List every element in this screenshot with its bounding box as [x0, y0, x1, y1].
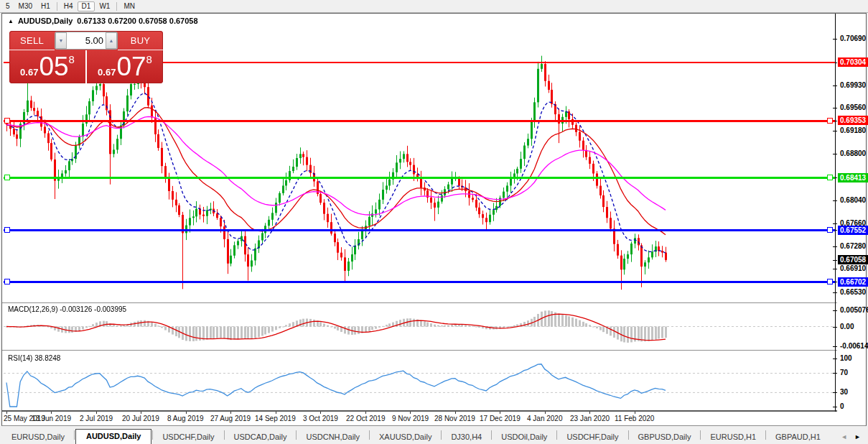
date-axis-tick — [545, 412, 546, 414]
tab-usdchf-daily[interactable]: USDCHF,Daily — [558, 430, 627, 444]
price-axis-tick: 0.68040 — [840, 196, 866, 205]
timeframe-button-5[interactable]: 5 — [1, 1, 14, 11]
date-axis-tick — [320, 412, 321, 414]
date-axis-label: 4 Jan 2020 — [527, 415, 563, 422]
price-axis[interactable]: 0.706900.699300.695600.691800.688000.680… — [837, 14, 866, 412]
date-axis-label: 17 Dec 2019 — [480, 415, 521, 422]
one-click-trading-panel: SELL ▼ 5.00 ▲ BUY 0.67 05 8 0.67 07 8 — [9, 31, 163, 83]
sell-price-big: 05 — [39, 52, 68, 81]
tab-separator — [765, 430, 766, 440]
tab-separator — [700, 430, 701, 440]
tab-separator — [369, 430, 370, 440]
tab-separator — [556, 430, 557, 440]
chart-symbol-label: AUDUSD,Daily — [18, 17, 73, 25]
date-axis-tick — [589, 412, 590, 414]
date-axis-label: 2 Jul 2019 — [80, 415, 113, 422]
price-axis-tick: 0.69930 — [840, 81, 866, 90]
tab-separator — [224, 430, 225, 440]
date-axis-tick — [500, 412, 500, 414]
toolbar-separator — [57, 2, 57, 11]
chart-title: ▲ AUDUSD,Daily 0.67133 0.67200 0.67058 0… — [8, 17, 198, 25]
tab-gbpaud-h1[interactable]: GBPAUD,H1 — [767, 430, 829, 444]
date-axis-tick — [141, 412, 141, 414]
date-axis-label: 20 Jul 2019 — [122, 415, 159, 422]
buy-price-display[interactable]: 0.67 07 8 — [87, 50, 163, 83]
macd-axis-tick: 0.005076 — [840, 306, 868, 315]
rsi-label: RSI(14) 38.8248 — [8, 354, 60, 362]
timeframe-button-m30[interactable]: M30 — [14, 1, 37, 11]
buy-price-big: 07 — [116, 52, 146, 81]
rsi-axis-tick: 100 — [840, 354, 852, 363]
date-axis-label: 22 Oct 2019 — [346, 415, 385, 422]
tab-audusd-daily[interactable]: AUDUSD,Daily — [75, 429, 151, 444]
date-axis-tick — [410, 412, 411, 414]
volume-decrease-button[interactable]: ▼ — [55, 32, 67, 49]
tab-eurusd-h1[interactable]: EURUSD,H1 — [701, 430, 765, 444]
macd-axis-tick: -0.006148 — [840, 342, 868, 351]
date-axis-tick — [51, 412, 52, 414]
macd-label: MACD(12,26,9) -0.003126 -0.003995 — [8, 305, 126, 313]
sell-button[interactable]: SELL — [9, 31, 55, 50]
sell-price-display[interactable]: 0.67 05 8 — [9, 50, 87, 83]
date-axis-label: 14 Sep 2019 — [255, 415, 296, 422]
date-axis-label: 9 Nov 2019 — [392, 415, 429, 422]
sell-price-prefix: 0.67 — [20, 67, 38, 78]
volume-input[interactable]: 5.00 — [67, 32, 106, 49]
price-axis-tick: 0.66910 — [840, 264, 866, 273]
rsi-axis-tick: 0 — [840, 402, 844, 411]
tab-usdchf-daily[interactable]: USDCHF,Daily — [154, 430, 223, 444]
volume-spinner: ▼ 5.00 ▲ — [55, 32, 118, 50]
price-axis-tick: 0.69560 — [840, 103, 866, 112]
price-axis-tick: 0.68800 — [840, 149, 866, 158]
tab-eurusd-daily[interactable]: EURUSD,Daily — [3, 430, 73, 444]
date-axis-label: 13 Jun 2019 — [32, 415, 71, 422]
tab-usdcad-daily[interactable]: USDCAD,Daily — [225, 430, 296, 444]
tab-scroll-right-icon[interactable]: ► — [854, 433, 861, 440]
date-axis-tick — [230, 412, 231, 414]
price-level-badge: 0.69353 — [838, 116, 868, 125]
date-axis-tick — [455, 412, 456, 414]
buy-price-sup: 8 — [146, 53, 152, 65]
volume-increase-button[interactable]: ▲ — [106, 32, 117, 49]
buy-price-prefix: 0.67 — [98, 67, 116, 78]
date-axis-label: 11 Feb 2020 — [615, 415, 654, 422]
price-axis-tick: 0.66530 — [840, 288, 866, 297]
tab-usdoil-daily[interactable]: USDOil,Daily — [493, 430, 556, 444]
tab-scroll-left-icon[interactable]: ◄ — [841, 433, 847, 440]
price-level-badge: 0.67552 — [838, 226, 868, 235]
tab-usdcnh-daily[interactable]: USDCNH,Daily — [297, 430, 368, 444]
tab-separator — [74, 430, 75, 440]
timeframe-button-d1[interactable]: D1 — [78, 1, 95, 11]
date-axis-label: 8 Aug 2019 — [167, 415, 204, 422]
tab-gbpusd-daily[interactable]: GBPUSD,Daily — [630, 430, 700, 444]
price-level-badge: 0.66702 — [838, 277, 868, 287]
chart-ohlc-values: 0.67133 0.67200 0.67058 0.67058 — [77, 17, 197, 25]
date-axis-label: 27 Aug 2019 — [210, 415, 251, 422]
timeframe-button-w1[interactable]: W1 — [95, 1, 114, 11]
sell-price-sup: 8 — [69, 53, 75, 65]
chart-window: ▲ AUDUSD,Daily 0.67133 0.67200 0.67058 0… — [1, 13, 867, 426]
timeframe-button-h4[interactable]: H4 — [60, 1, 78, 11]
collapse-triangle-icon[interactable]: ▲ — [8, 18, 14, 24]
timeframe-button-h1[interactable]: H1 — [37, 1, 55, 11]
tab-separator — [152, 430, 153, 440]
date-axis-tick — [186, 412, 187, 414]
tab-separator — [296, 430, 297, 440]
date-axis-tick — [6, 412, 7, 414]
date-axis-tick — [276, 412, 276, 414]
tab-xauusd-daily[interactable]: XAUUSD,Daily — [370, 430, 440, 444]
price-level-badge: 0.67058 — [838, 255, 868, 264]
price-level-badge: 0.70304 — [838, 57, 868, 67]
toolbar-separator — [116, 2, 117, 11]
tab-dj30-h4[interactable]: DJ30,H4 — [442, 430, 490, 444]
chart-tabbar: EURUSD,DailyAUDUSD,DailyUSDCHF,DailyUSDC… — [0, 426, 868, 444]
date-axis-tick — [96, 412, 97, 414]
buy-button[interactable]: BUY — [118, 31, 163, 50]
date-axis-label: 28 Nov 2019 — [434, 415, 475, 422]
date-axis-label: 23 Jan 2020 — [570, 415, 610, 422]
date-axis[interactable]: 25 May 201913 Jun 20192 Jul 201920 Jul 2… — [2, 412, 866, 425]
timeframe-button-mn[interactable]: MN — [119, 1, 139, 11]
rsi-axis-tick: 70 — [840, 369, 848, 377]
tab-separator — [491, 430, 492, 440]
price-axis-tick: 0.69180 — [840, 126, 866, 135]
